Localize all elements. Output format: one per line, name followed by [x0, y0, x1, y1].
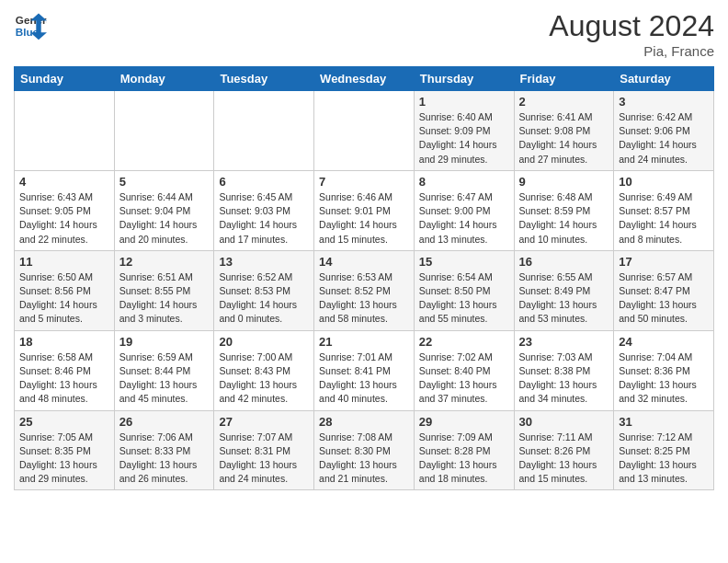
title-block: August 2024 Pia, France — [549, 9, 714, 59]
day-cell — [114, 91, 214, 171]
day-number: 13 — [219, 255, 309, 269]
day-cell — [314, 91, 415, 171]
day-cell: 20Sunrise: 7:00 AM Sunset: 8:43 PM Dayli… — [214, 330, 314, 410]
day-info: Sunrise: 7:05 AM Sunset: 8:35 PM Dayligh… — [19, 431, 109, 487]
day-number: 19 — [119, 335, 210, 349]
day-number: 30 — [519, 415, 609, 429]
day-number: 5 — [119, 175, 210, 189]
day-cell: 21Sunrise: 7:01 AM Sunset: 8:41 PM Dayli… — [314, 330, 415, 410]
day-cell: 5Sunrise: 6:44 AM Sunset: 9:04 PM Daylig… — [114, 170, 214, 250]
day-cell: 19Sunrise: 6:59 AM Sunset: 8:44 PM Dayli… — [114, 330, 214, 410]
col-header-wednesday: Wednesday — [314, 67, 415, 91]
day-cell: 9Sunrise: 6:48 AM Sunset: 8:59 PM Daylig… — [514, 170, 614, 250]
day-number: 11 — [19, 255, 109, 269]
day-number: 23 — [519, 335, 609, 349]
day-info: Sunrise: 7:07 AM Sunset: 8:31 PM Dayligh… — [219, 431, 309, 487]
day-number: 26 — [119, 415, 210, 429]
day-info: Sunrise: 6:55 AM Sunset: 8:49 PM Dayligh… — [519, 270, 609, 327]
week-row-5: 25Sunrise: 7:05 AM Sunset: 8:35 PM Dayli… — [15, 410, 714, 490]
day-info: Sunrise: 7:01 AM Sunset: 8:41 PM Dayligh… — [319, 350, 409, 407]
day-number: 7 — [319, 175, 409, 189]
col-header-friday: Friday — [514, 67, 614, 91]
day-cell: 23Sunrise: 7:03 AM Sunset: 8:38 PM Dayli… — [514, 330, 614, 410]
col-header-monday: Monday — [114, 67, 214, 91]
day-cell: 3Sunrise: 6:42 AM Sunset: 9:06 PM Daylig… — [614, 91, 714, 171]
day-cell: 7Sunrise: 6:46 AM Sunset: 9:01 PM Daylig… — [314, 170, 415, 250]
day-number: 22 — [419, 335, 509, 349]
day-number: 12 — [119, 255, 210, 269]
day-info: Sunrise: 7:11 AM Sunset: 8:26 PM Dayligh… — [519, 431, 609, 487]
day-number: 20 — [219, 335, 309, 349]
day-info: Sunrise: 6:53 AM Sunset: 8:52 PM Dayligh… — [319, 270, 409, 327]
day-info: Sunrise: 6:41 AM Sunset: 9:08 PM Dayligh… — [519, 110, 609, 167]
day-info: Sunrise: 6:46 AM Sunset: 9:01 PM Dayligh… — [319, 190, 409, 247]
day-info: Sunrise: 6:40 AM Sunset: 9:09 PM Dayligh… — [419, 110, 509, 167]
day-cell: 26Sunrise: 7:06 AM Sunset: 8:33 PM Dayli… — [114, 410, 214, 490]
day-info: Sunrise: 6:54 AM Sunset: 8:50 PM Dayligh… — [419, 270, 509, 327]
day-number: 28 — [319, 415, 409, 429]
day-info: Sunrise: 6:47 AM Sunset: 9:00 PM Dayligh… — [419, 190, 509, 247]
day-number: 1 — [419, 95, 509, 109]
day-cell: 27Sunrise: 7:07 AM Sunset: 8:31 PM Dayli… — [214, 410, 314, 490]
day-cell — [15, 91, 115, 171]
day-info: Sunrise: 6:58 AM Sunset: 8:46 PM Dayligh… — [19, 350, 109, 407]
day-number: 14 — [319, 255, 409, 269]
day-info: Sunrise: 6:48 AM Sunset: 8:59 PM Dayligh… — [519, 190, 609, 247]
day-cell: 14Sunrise: 6:53 AM Sunset: 8:52 PM Dayli… — [314, 250, 415, 330]
page-header: General Blue August 2024 Pia, France — [14, 9, 714, 59]
day-info: Sunrise: 6:52 AM Sunset: 8:53 PM Dayligh… — [219, 270, 309, 327]
day-cell: 24Sunrise: 7:04 AM Sunset: 8:36 PM Dayli… — [614, 330, 714, 410]
day-cell: 28Sunrise: 7:08 AM Sunset: 8:30 PM Dayli… — [314, 410, 415, 490]
day-info: Sunrise: 7:12 AM Sunset: 8:25 PM Dayligh… — [619, 431, 709, 487]
day-info: Sunrise: 6:45 AM Sunset: 9:03 PM Dayligh… — [219, 190, 309, 247]
day-cell: 13Sunrise: 6:52 AM Sunset: 8:53 PM Dayli… — [214, 250, 314, 330]
day-cell: 22Sunrise: 7:02 AM Sunset: 8:40 PM Dayli… — [414, 330, 514, 410]
day-cell: 4Sunrise: 6:43 AM Sunset: 9:05 PM Daylig… — [15, 170, 115, 250]
day-cell: 6Sunrise: 6:45 AM Sunset: 9:03 PM Daylig… — [214, 170, 314, 250]
day-number: 18 — [19, 335, 109, 349]
day-info: Sunrise: 7:02 AM Sunset: 8:40 PM Dayligh… — [419, 350, 509, 407]
day-number: 6 — [219, 175, 309, 189]
day-number: 16 — [519, 255, 609, 269]
day-number: 27 — [219, 415, 309, 429]
col-header-sunday: Sunday — [15, 67, 115, 91]
day-cell: 31Sunrise: 7:12 AM Sunset: 8:25 PM Dayli… — [614, 410, 714, 490]
day-info: Sunrise: 6:49 AM Sunset: 8:57 PM Dayligh… — [619, 190, 709, 247]
day-number: 8 — [419, 175, 509, 189]
day-cell: 1Sunrise: 6:40 AM Sunset: 9:09 PM Daylig… — [414, 91, 514, 171]
day-number: 21 — [319, 335, 409, 349]
day-info: Sunrise: 6:42 AM Sunset: 9:06 PM Dayligh… — [619, 110, 709, 167]
day-cell: 10Sunrise: 6:49 AM Sunset: 8:57 PM Dayli… — [614, 170, 714, 250]
day-number: 3 — [619, 95, 709, 109]
day-cell: 12Sunrise: 6:51 AM Sunset: 8:55 PM Dayli… — [114, 250, 214, 330]
col-header-thursday: Thursday — [414, 67, 514, 91]
day-cell: 18Sunrise: 6:58 AM Sunset: 8:46 PM Dayli… — [15, 330, 115, 410]
day-number: 31 — [619, 415, 709, 429]
day-cell: 8Sunrise: 6:47 AM Sunset: 9:00 PM Daylig… — [414, 170, 514, 250]
day-number: 9 — [519, 175, 609, 189]
day-info: Sunrise: 7:03 AM Sunset: 8:38 PM Dayligh… — [519, 350, 609, 407]
day-cell: 29Sunrise: 7:09 AM Sunset: 8:28 PM Dayli… — [414, 410, 514, 490]
day-info: Sunrise: 7:00 AM Sunset: 8:43 PM Dayligh… — [219, 350, 309, 407]
day-cell: 30Sunrise: 7:11 AM Sunset: 8:26 PM Dayli… — [514, 410, 614, 490]
week-row-2: 4Sunrise: 6:43 AM Sunset: 9:05 PM Daylig… — [15, 170, 714, 250]
day-cell: 11Sunrise: 6:50 AM Sunset: 8:56 PM Dayli… — [15, 250, 115, 330]
day-cell: 25Sunrise: 7:05 AM Sunset: 8:35 PM Dayli… — [15, 410, 115, 490]
day-number: 4 — [19, 175, 109, 189]
day-cell: 15Sunrise: 6:54 AM Sunset: 8:50 PM Dayli… — [414, 250, 514, 330]
day-info: Sunrise: 6:59 AM Sunset: 8:44 PM Dayligh… — [119, 350, 210, 407]
day-info: Sunrise: 7:08 AM Sunset: 8:30 PM Dayligh… — [319, 431, 409, 487]
day-number: 15 — [419, 255, 509, 269]
logo-icon: General Blue — [14, 9, 47, 42]
day-number: 29 — [419, 415, 509, 429]
day-info: Sunrise: 6:51 AM Sunset: 8:55 PM Dayligh… — [119, 270, 210, 327]
day-number: 24 — [619, 335, 709, 349]
day-cell: 16Sunrise: 6:55 AM Sunset: 8:49 PM Dayli… — [514, 250, 614, 330]
logo: General Blue — [14, 9, 47, 42]
day-info: Sunrise: 6:50 AM Sunset: 8:56 PM Dayligh… — [19, 270, 109, 327]
day-number: 25 — [19, 415, 109, 429]
calendar-table: SundayMondayTuesdayWednesdayThursdayFrid… — [14, 66, 714, 490]
day-number: 10 — [619, 175, 709, 189]
week-row-1: 1Sunrise: 6:40 AM Sunset: 9:09 PM Daylig… — [15, 91, 714, 171]
day-cell: 2Sunrise: 6:41 AM Sunset: 9:08 PM Daylig… — [514, 91, 614, 171]
